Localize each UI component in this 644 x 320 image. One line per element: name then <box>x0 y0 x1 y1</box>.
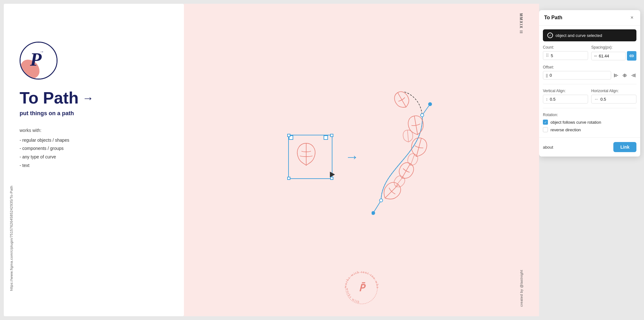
checkbox-label-2: reverse direction <box>550 127 581 132</box>
plugin-panel: To Path × ✓ object and curve selected Co… <box>539 10 640 157</box>
main-title: To Path → <box>20 89 168 107</box>
vertical-align-group: Vertical Align: ↕ 0.5 <box>543 89 588 104</box>
center-panel: MMXIX II created by @lastnight <box>184 4 539 316</box>
object-box-container <box>288 135 332 179</box>
spacing-value: 61.44 <box>599 54 623 58</box>
status-message: object and curve selected <box>556 33 602 38</box>
subtitle: put things on a path <box>20 110 168 117</box>
leaf-in-box-svg <box>289 135 324 170</box>
count-input[interactable]: ⠿ 5 <box>543 51 588 60</box>
path-result <box>372 90 435 224</box>
corner-tr <box>330 134 333 137</box>
works-with-item-1: - regular objects / shapes <box>20 136 168 145</box>
checkbox-label-1: object follows curve rotation <box>550 120 601 125</box>
works-with-label: works with: <box>20 126 168 135</box>
align-row: Vertical Align: ↕ 0.5 Horizontal Align: … <box>543 89 636 104</box>
close-button[interactable]: × <box>629 15 635 21</box>
title-section: To Path → <box>20 89 168 107</box>
align-right-icon[interactable] <box>629 72 636 79</box>
count-spacing-row: Count: ⠿ 5 Spacing(px): ⇔ 61.44 <box>543 45 636 61</box>
panel-title: To Path <box>544 15 562 21</box>
logo-letter: P → <box>27 47 50 74</box>
link-icon-button[interactable] <box>627 51 636 61</box>
offset-icon: ||| <box>546 73 548 78</box>
offset-group: Offset: ||| 0 <box>543 65 636 80</box>
status-bar: ✓ object and curve selected <box>543 29 636 41</box>
vertical-align-icon: ↕ <box>546 97 548 102</box>
align-center-icon[interactable] <box>621 72 628 79</box>
horizontal-align-icon: ↔ <box>594 97 598 102</box>
checkbox-row-1: ✓ object follows curve rotation <box>543 120 636 125</box>
link-button[interactable]: Link <box>613 142 636 152</box>
panel-header: To Path × <box>539 10 640 26</box>
checkbox-1[interactable]: ✓ <box>543 120 548 125</box>
title-arrow: → <box>82 92 94 104</box>
vertical-align-value: 0.5 <box>550 97 585 102</box>
offset-value: 0 <box>550 73 608 78</box>
rotation-section: Rotation: ✓ object follows curve rotatio… <box>543 113 636 132</box>
spacing-input[interactable]: ⇔ 61.44 <box>591 52 626 60</box>
vertical-text-bottom: created by @lastnight <box>519 270 523 307</box>
svg-text:→: → <box>39 49 44 54</box>
count-label: Count: <box>543 45 588 50</box>
offset-label: Offset: <box>543 65 636 69</box>
rotation-label: Rotation: <box>543 113 636 117</box>
count-value: 5 <box>551 53 585 58</box>
corner-bl <box>287 177 290 180</box>
panel-body: Count: ⠿ 5 Spacing(px): ⇔ 61.44 <box>539 45 640 132</box>
svg-point-6 <box>380 199 383 202</box>
svg-line-2 <box>373 200 381 213</box>
offset-input[interactable]: ||| 0 <box>543 71 611 80</box>
horizontal-align-label: Horizontal Align: <box>591 89 636 93</box>
divider-2 <box>543 108 636 108</box>
check-icon: ✓ <box>547 33 553 38</box>
stamp-circle: works with text too whaat works with P̄ <box>341 268 382 310</box>
works-with-item-2: - components / groups <box>20 144 168 153</box>
vertical-text-top: MMXIX II <box>519 13 523 34</box>
spacing-label: Spacing(px): <box>591 45 636 50</box>
works-with-item-3: - any type of curve <box>20 153 168 161</box>
panel-footer: about Link <box>539 137 640 157</box>
vertical-align-label: Vertical Align: <box>543 89 588 93</box>
svg-text:P̄: P̄ <box>359 282 366 293</box>
count-group: Count: ⠿ 5 <box>543 45 588 61</box>
canvas-demo: → <box>288 90 435 224</box>
horizontal-align-input[interactable]: ↔ 0.5 <box>591 95 636 104</box>
spacing-icon: ⇔ <box>594 54 597 58</box>
works-with-item-4: - text <box>20 161 168 170</box>
cursor-icon <box>330 172 335 177</box>
left-panel: https://www.figma.com/c/plugin/751576264… <box>4 4 184 316</box>
checkbox-row-2: reverse direction <box>543 127 636 132</box>
svg-point-7 <box>421 114 424 117</box>
about-link[interactable]: about <box>543 145 553 150</box>
arrow-right: → <box>345 150 359 164</box>
svg-line-3 <box>422 104 430 115</box>
align-left-icon[interactable] <box>613 72 620 79</box>
align-icons <box>613 72 636 79</box>
svg-point-5 <box>428 102 432 106</box>
checkbox-2[interactable] <box>543 127 548 132</box>
horizontal-align-value: 0.5 <box>600 97 634 102</box>
works-with: works with: - regular objects / shapes -… <box>20 126 168 169</box>
count-icon: ⠿ <box>546 53 549 58</box>
svg-point-4 <box>372 211 375 215</box>
object-box <box>288 135 332 179</box>
vertical-align-input[interactable]: ↕ 0.5 <box>543 95 588 104</box>
title-text: To Path <box>20 89 79 107</box>
url-text: https://www.figma.com/c/plugin/751576264… <box>9 186 13 291</box>
logo-circle: P → <box>20 42 58 80</box>
divider-1 <box>543 84 636 84</box>
spacing-row: ⇔ 61.44 <box>591 51 636 61</box>
spacing-group: Spacing(px): ⇔ 61.44 <box>591 45 636 61</box>
horizontal-align-group: Horizontal Align: ↔ 0.5 <box>591 89 636 104</box>
corner-tl <box>287 134 290 137</box>
path-result-svg <box>372 90 435 222</box>
